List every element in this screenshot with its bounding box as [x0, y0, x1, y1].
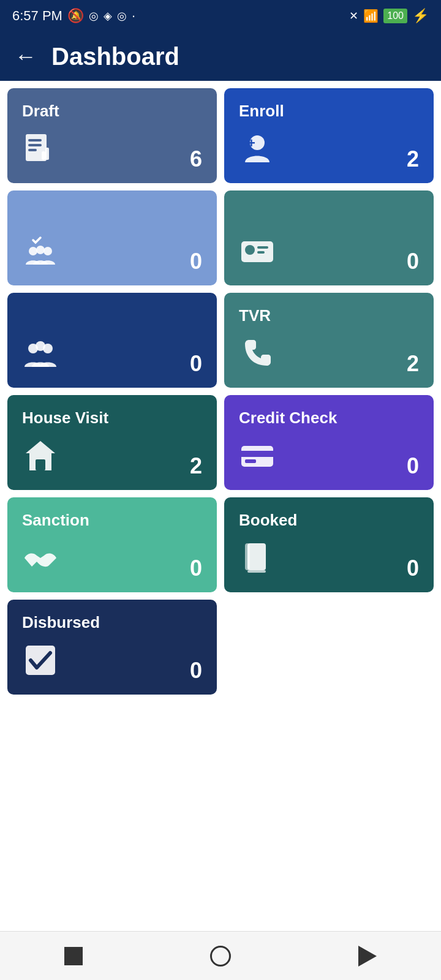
card-approved[interactable]: 0 — [7, 190, 217, 285]
card-enroll[interactable]: Enroll + 2 — [224, 88, 434, 183]
svg-point-10 — [43, 247, 52, 255]
card-disbursed-bottom: 0 — [22, 642, 202, 684]
battery-indicator: 100 — [383, 9, 407, 23]
card-enroll-count: 2 — [407, 146, 419, 172]
card-tvr-title: TVR — [239, 306, 419, 325]
card-enroll-bottom: + 2 — [239, 130, 419, 172]
tvr-icon — [239, 335, 276, 377]
card-disbursed-count: 0 — [190, 658, 202, 684]
svg-rect-13 — [257, 246, 268, 249]
approved-icon — [22, 233, 59, 274]
card-creditcheck-bottom: 0 — [239, 437, 419, 479]
draft-icon — [22, 130, 59, 172]
bottom-nav — [0, 931, 441, 980]
card-tvr[interactable]: TVR 2 — [224, 293, 434, 388]
dashboard-grid: Draft 6 Enroll + — [0, 81, 441, 702]
booked-icon — [239, 540, 276, 581]
svg-point-17 — [43, 344, 53, 353]
status-left: 6:57 PM 🔕 ◎ ◈ ◎ · — [12, 8, 135, 24]
location-icon: ◎ — [89, 9, 99, 23]
svg-rect-3 — [28, 149, 37, 151]
card-booked-title: Booked — [239, 511, 419, 530]
svg-rect-21 — [241, 451, 273, 457]
svg-point-12 — [245, 245, 255, 255]
svg-point-9 — [36, 246, 45, 254]
card-approved-count: 0 — [190, 249, 202, 274]
card-draft[interactable]: Draft 6 — [7, 88, 217, 183]
card-booked-bottom: 0 — [239, 540, 419, 581]
card-draft-title: Draft — [22, 102, 202, 121]
dot-icon: · — [132, 8, 135, 24]
signal-icon: ◈ — [104, 9, 112, 23]
svg-point-8 — [29, 247, 37, 255]
svg-rect-4 — [45, 148, 49, 160]
card-draft-bottom: 6 — [22, 130, 202, 172]
creditcheck-icon — [239, 437, 276, 479]
group-icon — [22, 335, 59, 377]
card-tvr-count: 2 — [407, 351, 419, 377]
card-housevisit-bottom: 2 — [22, 437, 202, 479]
card-kyc-bottom: 0 — [239, 233, 419, 274]
card-kyc[interactable]: 0 — [224, 190, 434, 285]
card-booked-count: 0 — [407, 556, 419, 581]
svg-rect-24 — [245, 543, 250, 570]
card-housevisit-title: House Visit — [22, 409, 202, 428]
card-sanction-count: 0 — [190, 556, 202, 581]
card-tvr-bottom: 2 — [239, 335, 419, 377]
card-group-bottom: 0 — [22, 335, 202, 377]
card-creditcheck-title: Credit Check — [239, 409, 419, 428]
kyc-icon — [239, 233, 276, 274]
enroll-icon: + — [239, 130, 276, 172]
header: ← Dashboard — [0, 32, 441, 81]
disbursed-icon — [22, 642, 59, 684]
card-sanction-bottom: 0 — [22, 540, 202, 581]
card-kyc-count: 0 — [407, 249, 419, 274]
card-group[interactable]: 0 — [7, 293, 217, 388]
card-creditcheck-count: 0 — [407, 453, 419, 479]
nav-home-button[interactable] — [205, 941, 236, 971]
card-housevisit[interactable]: House Visit 2 — [7, 395, 217, 490]
svg-rect-23 — [247, 543, 266, 570]
status-time: 6:57 PM — [12, 8, 62, 24]
page-title: Dashboard — [51, 43, 179, 70]
sanction-icon — [22, 540, 59, 581]
back-button[interactable]: ← — [15, 43, 37, 69]
nav-back-button[interactable] — [352, 941, 383, 971]
card-sanction-title: Sanction — [22, 511, 202, 530]
card-creditcheck[interactable]: Credit Check 0 — [224, 395, 434, 490]
card-group-count: 0 — [190, 351, 202, 377]
circle-icon — [210, 946, 231, 967]
svg-rect-22 — [245, 459, 256, 463]
svg-rect-25 — [247, 570, 266, 573]
wifi-icon: 📶 — [363, 9, 379, 23]
svg-rect-1 — [28, 139, 42, 141]
card-approved-bottom: 0 — [22, 233, 202, 274]
card-draft-count: 6 — [190, 146, 202, 172]
status-right: ✕ 📶 100 ⚡ — [349, 8, 429, 24]
svg-rect-2 — [28, 144, 42, 146]
extra-icon: ◎ — [117, 9, 127, 23]
card-booked[interactable]: Booked 0 — [224, 497, 434, 592]
charging-icon: ⚡ — [412, 8, 429, 24]
card-enroll-title: Enroll — [239, 102, 419, 121]
svg-rect-5 — [42, 151, 45, 160]
square-icon — [64, 947, 83, 965]
back-triangle-icon — [358, 946, 377, 967]
card-disbursed-title: Disbursed — [22, 613, 202, 632]
card-sanction[interactable]: Sanction 0 — [7, 497, 217, 592]
close-icon: ✕ — [349, 9, 358, 23]
status-bar: 6:57 PM 🔕 ◎ ◈ ◎ · ✕ 📶 100 ⚡ — [0, 0, 441, 32]
svg-rect-14 — [257, 251, 265, 254]
svg-text:+: + — [247, 135, 255, 151]
card-disbursed[interactable]: Disbursed 0 — [7, 600, 217, 695]
card-housevisit-count: 2 — [190, 453, 202, 479]
housevisit-icon — [22, 437, 59, 479]
nav-square-button[interactable] — [58, 941, 89, 971]
svg-rect-19 — [36, 459, 45, 470]
mute-icon: 🔕 — [67, 8, 84, 24]
